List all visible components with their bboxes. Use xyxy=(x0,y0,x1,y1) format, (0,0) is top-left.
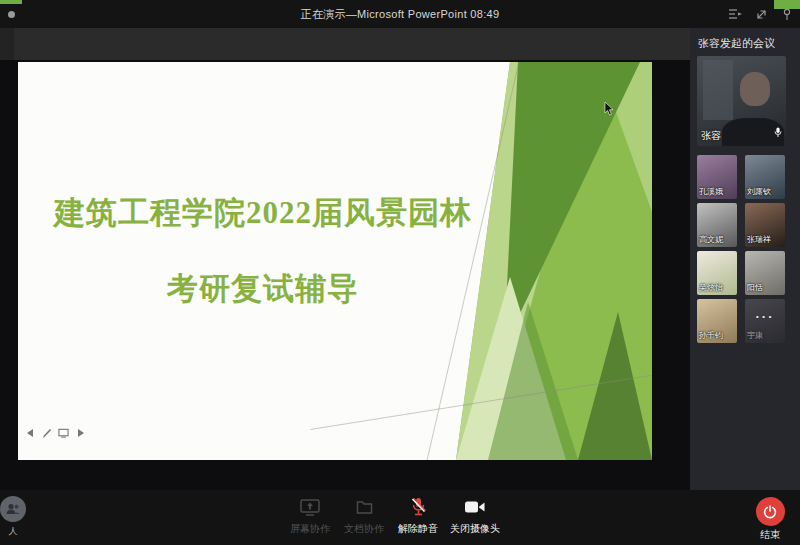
participant-name-label: 刘露钦 xyxy=(747,186,771,197)
pen-icon[interactable] xyxy=(41,427,52,438)
next-arrow-icon[interactable] xyxy=(75,427,86,438)
speaker-name-label: 张容 xyxy=(701,129,721,143)
participant-tile[interactable]: 吴炫怡 xyxy=(697,251,737,295)
slide-title-line-1: 建筑工程学院2022届风景园林 xyxy=(28,192,498,234)
more-participants-dots: ··· xyxy=(745,309,785,324)
exit-fullscreen-icon[interactable] xyxy=(754,7,768,21)
participant-name-label: 阳恬 xyxy=(747,282,763,293)
toolbar-center-buttons: 屏幕协作文档协作解除静音关闭摄像头 xyxy=(288,497,500,536)
participant-tile[interactable]: 孙千钧 xyxy=(697,299,737,343)
end-meeting-label: 结束 xyxy=(748,528,792,542)
mic-icon xyxy=(774,124,782,142)
meeting-app-window: 正在演示—Microsoft PowerPoint 08:49 建筑工程学院20… xyxy=(0,0,800,545)
participant-name-label: 张瑞祥 xyxy=(747,234,771,245)
members-label: 人 xyxy=(0,525,32,538)
meeting-toolbar: 人 屏幕协作文档协作解除静音关闭摄像头 结束 xyxy=(0,490,800,545)
prev-arrow-icon[interactable] xyxy=(24,427,35,438)
power-icon xyxy=(756,497,785,526)
participant-tile[interactable]: 张瑞祥 xyxy=(745,203,785,247)
end-meeting-button[interactable]: 结束 xyxy=(748,497,792,542)
speaker-silhouette-head xyxy=(740,72,770,106)
toolbar-screen-collab-button[interactable]: 屏幕协作 xyxy=(288,497,332,536)
active-speaker-video[interactable]: 张容 xyxy=(697,56,786,146)
members-icon xyxy=(0,496,26,522)
toolbar-button-label: 屏幕协作 xyxy=(290,522,330,536)
screen-share-icon xyxy=(300,497,320,517)
powerpoint-slide: 建筑工程学院2022届风景园林 考研复试辅导 xyxy=(18,62,652,460)
toolbar-unmute-button[interactable]: 解除静音 xyxy=(396,497,440,536)
toolbar-button-label: 关闭摄像头 xyxy=(450,522,500,536)
participant-name-label: 吴炫怡 xyxy=(699,282,723,293)
muted-mic-icon xyxy=(410,497,427,517)
toolbar-camera-button[interactable]: 关闭摄像头 xyxy=(450,497,500,536)
slide-title-line-2: 考研复试辅导 xyxy=(28,268,498,310)
members-button[interactable]: 人 xyxy=(0,496,32,538)
participant-name-label: 宇康 xyxy=(747,330,763,341)
toolbar-button-label: 解除静音 xyxy=(398,522,438,536)
slide-edge-sliver-left xyxy=(0,0,22,4)
participant-tile[interactable]: 孔溪娥 xyxy=(697,155,737,199)
presenting-status-title: 正在演示—Microsoft PowerPoint 08:49 xyxy=(0,0,800,28)
slide-edge-sliver-right xyxy=(774,0,800,9)
participant-tile[interactable]: 刘露钦 xyxy=(745,155,785,199)
video-background xyxy=(703,60,733,120)
more-participants-tile[interactable]: ···宇康 xyxy=(745,299,785,343)
window-sub-bar xyxy=(0,28,690,60)
mouse-cursor xyxy=(604,102,614,116)
toolbar-button-label: 文档协作 xyxy=(344,522,384,536)
participant-name-label: 高文妮 xyxy=(699,234,723,245)
participants-sidebar: 张容发起的会议 张容 孔溪娥刘露钦高文妮张瑞祥吴炫怡阳恬孙千钧···宇康 xyxy=(690,28,800,490)
slideshow-icon[interactable] xyxy=(58,427,69,438)
camera-icon xyxy=(464,497,486,517)
participant-tile[interactable]: 高文妮 xyxy=(697,203,737,247)
meeting-title: 张容发起的会议 xyxy=(690,28,800,56)
shared-screen-stage: 建筑工程学院2022届风景园林 考研复试辅导 xyxy=(0,60,690,490)
sub-bar-notch xyxy=(0,28,14,60)
pin-icon[interactable] xyxy=(780,7,794,21)
participant-name-label: 孙千钧 xyxy=(699,330,723,341)
list-icon[interactable] xyxy=(728,7,742,21)
title-bar: 正在演示—Microsoft PowerPoint 08:49 xyxy=(0,0,800,28)
document-icon xyxy=(356,497,373,517)
toolbar-doc-collab-button[interactable]: 文档协作 xyxy=(342,497,386,536)
participant-name-label: 孔溪娥 xyxy=(699,186,723,197)
participant-tile[interactable]: 阳恬 xyxy=(745,251,785,295)
participant-thumbnail-grid: 孔溪娥刘露钦高文妮张瑞祥吴炫怡阳恬孙千钧···宇康 xyxy=(697,155,793,343)
slideshow-nav-toolbar xyxy=(24,427,86,438)
